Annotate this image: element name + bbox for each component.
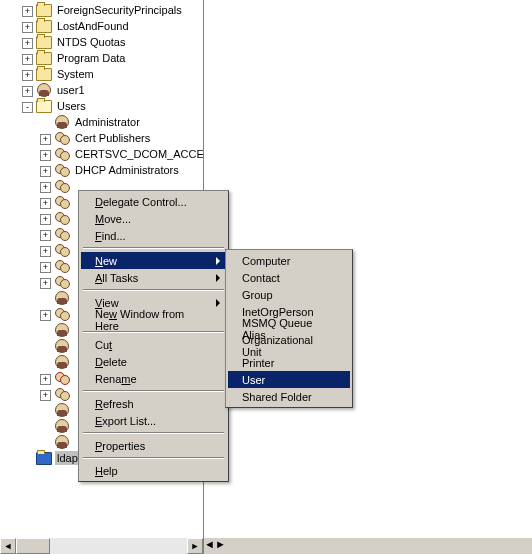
menu-item[interactable]: Delegate Control... [81,193,226,210]
tree-item-label [73,233,77,235]
menu-item[interactable]: User [228,371,350,388]
expand-toggle[interactable]: + [40,182,51,193]
submenu-arrow-icon [216,299,220,307]
menu-item[interactable]: New Window from Here [81,311,226,328]
menu-item-label: User [242,374,328,386]
tree-item[interactable]: +System [0,66,203,82]
scroll-thumb[interactable] [16,538,50,554]
menu-separator [83,289,224,291]
menu-item[interactable]: Help [81,462,226,479]
tree-item[interactable]: +DHCP Administrators [0,162,203,178]
menu-item-label: Refresh [95,398,204,410]
menu-item[interactable]: Export List... [81,412,226,429]
tree-item[interactable]: +Cert Publishers [0,130,203,146]
menu-item[interactable]: Group [228,286,350,303]
tree-item-label [73,361,77,363]
tree-item[interactable]: +CERTSVC_DCOM_ACCESS [0,146,203,162]
expand-toggle[interactable]: + [22,22,33,33]
expand-toggle[interactable]: + [22,54,33,65]
menu-item[interactable]: Delete [81,353,226,370]
tree-item-label [73,377,77,379]
expand-toggle[interactable]: - [22,102,33,113]
menu-item-label: Shared Folder [242,391,328,403]
scroll-left-button[interactable]: ◄ [204,538,215,554]
tree-item[interactable]: +user1 [0,82,203,98]
tree-item-label: Users [55,99,88,113]
horizontal-scrollbar-right[interactable]: ◄ ► [204,538,532,554]
scroll-left-button[interactable]: ◄ [0,538,16,554]
tree-item[interactable]: +ForeignSecurityPrincipals [0,2,203,18]
expand-toggle[interactable]: + [40,198,51,209]
menu-item-label: Contact [242,272,328,284]
scroll-right-button[interactable]: ► [187,538,203,554]
folder-icon [36,2,52,18]
expand-toggle[interactable]: + [40,214,51,225]
tree-item[interactable]: +NTDS Quotas [0,34,203,50]
tree-item-label: LostAndFound [55,19,131,33]
group-icon [54,226,70,242]
expand-toggle[interactable]: + [40,374,51,385]
menu-item[interactable]: New [81,252,226,269]
scroll-track[interactable] [16,538,187,554]
menu-item-label: Find... [95,230,204,242]
expand-toggle[interactable]: + [40,166,51,177]
menu-item-label: Delete [95,356,204,368]
tree-item-label [73,265,77,267]
menu-item[interactable]: Find... [81,227,226,244]
tree-item[interactable]: -Users [0,98,203,114]
menu-item-label: Cut [95,339,204,351]
submenu-arrow-icon [216,274,220,282]
expand-toggle[interactable]: + [40,230,51,241]
menu-item[interactable]: Printer [228,354,350,371]
horizontal-scrollbar-left[interactable]: ◄ ► [0,538,203,554]
user-icon [54,338,70,354]
group-icon [54,274,70,290]
tree-item[interactable]: Administrator [0,114,203,130]
menu-item-label: Computer [242,255,328,267]
menu-item-label: New Window from Here [95,308,204,332]
tree-item-label: user1 [55,83,87,97]
menu-item[interactable]: Rename [81,370,226,387]
tree-item-label: System [55,67,96,81]
scroll-right-button[interactable]: ► [215,538,226,554]
user-icon [54,402,70,418]
menu-item-label: Group [242,289,328,301]
tree-item-label [73,313,77,315]
tree-item-label: DHCP Administrators [73,163,181,177]
context-menu[interactable]: Delegate Control...Move...Find...NewAll … [78,190,229,482]
new-submenu[interactable]: ComputerContactGroupInetOrgPersonMSMQ Qu… [225,249,353,408]
menu-item[interactable]: Properties [81,437,226,454]
expand-toggle[interactable]: + [22,6,33,17]
group-icon [54,130,70,146]
expand-toggle[interactable]: + [40,246,51,257]
expand-toggle[interactable]: + [40,390,51,401]
expand-toggle[interactable]: + [22,86,33,97]
menu-item[interactable]: Refresh [81,395,226,412]
tree-item-label [73,329,77,331]
tree-item[interactable]: +LostAndFound [0,18,203,34]
menu-item[interactable]: Contact [228,269,350,286]
menu-item[interactable]: Move... [81,210,226,227]
expand-toggle[interactable]: + [40,262,51,273]
menu-item-label: Export List... [95,415,204,427]
group-icon [54,162,70,178]
menu-item[interactable]: Cut [81,336,226,353]
expand-toggle[interactable]: + [40,150,51,161]
tree-item-label [73,249,77,251]
menu-separator [83,247,224,249]
expand-toggle[interactable]: + [40,310,51,321]
menu-item[interactable]: Computer [228,252,350,269]
menu-item[interactable]: Organizational Unit [228,337,350,354]
tree-item-label [73,441,77,443]
group-icon [54,306,70,322]
expand-toggle[interactable]: + [22,38,33,49]
menu-item[interactable]: Shared Folder [228,388,350,405]
expand-toggle[interactable]: + [40,134,51,145]
group-icon [54,242,70,258]
menu-item[interactable]: All Tasks [81,269,226,286]
expand-toggle[interactable]: + [40,278,51,289]
tree-item[interactable]: +Program Data [0,50,203,66]
expand-toggle[interactable]: + [22,70,33,81]
group-icon [54,194,70,210]
tree-item-label [73,393,77,395]
